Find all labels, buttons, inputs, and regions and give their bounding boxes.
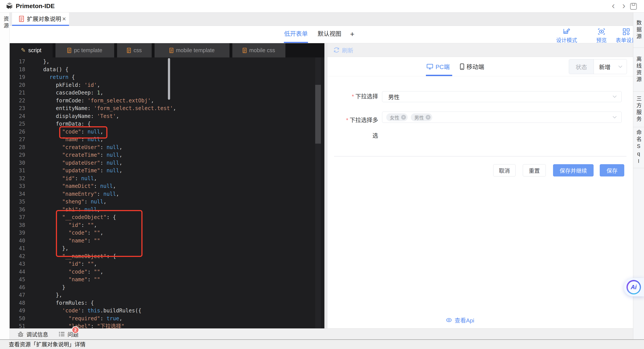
tag-male: 男性 × bbox=[411, 113, 432, 121]
sidebar-item-resources[interactable]: 资源 bbox=[2, 16, 10, 30]
editor-tab-pc-template[interactable]: pc template bbox=[56, 43, 114, 58]
device-tabs-row: PC端 移动端 状态 新增 bbox=[328, 57, 633, 76]
save-icon[interactable] bbox=[630, 3, 637, 10]
monitor-icon bbox=[426, 63, 433, 70]
chevron-down-icon bbox=[613, 96, 616, 98]
code-line[interactable]: 24 displayName: 'Test', bbox=[10, 112, 324, 120]
remove-tag-icon[interactable]: × bbox=[401, 115, 406, 120]
remove-tag-icon[interactable]: × bbox=[426, 115, 430, 120]
editor-inner-scrollbar[interactable] bbox=[168, 58, 170, 100]
nav-forward-icon[interactable]: › bbox=[620, 0, 628, 12]
required-asterisk: * bbox=[346, 117, 348, 124]
ai-assistant-button[interactable]: Ai bbox=[624, 278, 644, 296]
code-line[interactable]: 29 "createTime": null, bbox=[10, 151, 324, 159]
editor-tab-script[interactable]: ✎ script bbox=[10, 43, 52, 58]
select-field[interactable]: 男性 bbox=[382, 91, 622, 102]
document-icon bbox=[19, 16, 24, 22]
view-tabs-row: 低开表单 默认视图 + 设计模式 预览 bbox=[10, 26, 633, 43]
code-line[interactable]: 31 "updateTime": null, bbox=[10, 167, 324, 175]
tab-mobile-view[interactable]: 移动端 bbox=[460, 57, 484, 76]
tab-lowcode-form[interactable]: 低开表单 bbox=[284, 26, 308, 43]
save-and-continue-button[interactable]: 保存并继续 bbox=[553, 164, 594, 176]
code-line[interactable]: 38 "id": "", bbox=[10, 222, 324, 229]
code-line[interactable]: 20 pkField: 'id', bbox=[10, 81, 324, 89]
add-view-button[interactable]: + bbox=[348, 26, 357, 43]
editor-tab-mobile-template[interactable]: mobile template bbox=[154, 43, 230, 58]
code-line[interactable]: 25 formData: { bbox=[10, 120, 324, 128]
code-line[interactable]: 27 "name": null, bbox=[10, 136, 324, 144]
code-line[interactable]: 23 entityName: 'form_select.select.test'… bbox=[10, 104, 324, 112]
code-line[interactable]: 40 "name": "" bbox=[10, 237, 324, 245]
active-view-underline bbox=[284, 42, 308, 43]
sidebar-item-datasource[interactable]: 数据源 bbox=[633, 12, 644, 48]
code-line[interactable]: 26 "code": null, bbox=[10, 128, 324, 136]
code-line[interactable]: 17 }, bbox=[10, 58, 324, 66]
code-line[interactable]: 19 return { bbox=[10, 74, 324, 81]
sidebar-item-third-party-services[interactable]: 三方服务 bbox=[633, 92, 644, 127]
view-api-link[interactable]: 查看Api bbox=[446, 316, 474, 324]
design-mode-button[interactable]: 设计模式 bbox=[552, 28, 581, 44]
debug-bar: 调试信息 问题 2 bbox=[10, 328, 644, 339]
nav-back-icon[interactable]: ‹ bbox=[609, 0, 618, 12]
code-line[interactable]: 41 }, bbox=[10, 245, 324, 252]
document-tab-strip: 扩展对象说明 × bbox=[10, 12, 633, 26]
preview-button[interactable]: 预览 bbox=[587, 28, 616, 44]
code-line[interactable]: 49 'code': this.buildRules({ bbox=[10, 307, 324, 315]
code-line[interactable]: 43 "id": "", bbox=[10, 260, 324, 268]
file-icon bbox=[170, 48, 174, 53]
tab-extended-object-doc[interactable]: 扩展对象说明 × bbox=[12, 12, 69, 26]
code-line[interactable]: 33 "nameDict": null, bbox=[10, 182, 324, 190]
code-line[interactable]: 45 "name": "" bbox=[10, 276, 324, 284]
close-tab-icon[interactable]: × bbox=[62, 12, 66, 26]
editor-tab-css[interactable]: css bbox=[117, 43, 152, 58]
reset-button[interactable]: 重置 bbox=[523, 164, 546, 176]
tab-default-view[interactable]: 默认视图 bbox=[317, 26, 342, 43]
status-value-dropdown[interactable]: 新增 bbox=[594, 60, 627, 74]
preview-eye-icon bbox=[598, 28, 606, 35]
tag-female: 女性 × bbox=[386, 113, 408, 121]
code-lines[interactable]: 17 },18 data() {19 return {20 pkField: '… bbox=[10, 58, 324, 328]
sidebar-item-named-sql[interactable]: 命名Sql bbox=[633, 127, 644, 168]
code-line[interactable]: 18 data() { bbox=[10, 66, 324, 74]
code-line[interactable]: 42 "__nameObject": { bbox=[10, 252, 324, 260]
status-select-control: 状态 新增 bbox=[569, 59, 627, 74]
doc-tab-label: 扩展对象说明 bbox=[27, 12, 61, 26]
code-line[interactable]: 37 "__codeObject": { bbox=[10, 214, 324, 222]
primeton-logo-icon bbox=[5, 2, 14, 11]
required-asterisk: * bbox=[352, 93, 354, 100]
cancel-button[interactable]: 取消 bbox=[493, 164, 516, 176]
debug-info-button[interactable]: 调试信息 bbox=[18, 328, 48, 339]
save-button[interactable]: 保存 bbox=[600, 164, 624, 176]
code-line[interactable]: 36 "shi": null, bbox=[10, 206, 324, 214]
code-line[interactable]: 21 cascadeDeep: 1, bbox=[10, 89, 324, 97]
form-divider bbox=[334, 156, 626, 156]
code-line[interactable]: 34 "nameEntry": null, bbox=[10, 190, 324, 198]
code-line[interactable]: 46 } bbox=[10, 284, 324, 292]
code-line[interactable]: 22 formCode: 'form_select.extObj', bbox=[10, 97, 324, 105]
app-title: Primeton-IDE bbox=[16, 0, 54, 12]
code-line[interactable]: 47 }, bbox=[10, 291, 324, 299]
code-line[interactable]: 30 "updateUser": null, bbox=[10, 159, 324, 167]
code-line[interactable]: 48 formRules: { bbox=[10, 299, 324, 307]
code-line[interactable]: 32 "id": null, bbox=[10, 175, 324, 182]
form-settings-icon bbox=[622, 28, 630, 35]
code-line[interactable]: 50 "required": true, bbox=[10, 315, 324, 323]
code-line[interactable]: 35 "sheng": null, bbox=[10, 198, 324, 206]
panel-splitter[interactable] bbox=[324, 43, 328, 328]
refresh-icon bbox=[333, 47, 340, 53]
code-line[interactable]: 44 "code": "", bbox=[10, 268, 324, 276]
refresh-button[interactable]: 刷新 bbox=[333, 43, 353, 57]
code-line[interactable]: 39 "code": "", bbox=[10, 229, 324, 237]
code-line[interactable]: 28 "createUser": null, bbox=[10, 144, 324, 152]
select-value: 男性 bbox=[388, 93, 400, 101]
editor-tab-mobile-css[interactable]: mobile css bbox=[232, 43, 286, 58]
list-icon bbox=[59, 331, 65, 337]
status-label: 状态 bbox=[569, 60, 594, 74]
editor-tab-bar: ✎ script pc template css mobile template… bbox=[10, 43, 324, 58]
editor-scrollbar-thumb[interactable] bbox=[315, 85, 321, 144]
code-line[interactable]: 51 "label": "下拉选择" bbox=[10, 322, 324, 328]
sidebar-item-offline-resources[interactable]: 离线资源 bbox=[633, 48, 644, 92]
tab-pc-view[interactable]: PC端 bbox=[426, 57, 450, 76]
multiselect-field[interactable]: 女性 × 男性 × bbox=[382, 112, 622, 123]
status-text: 查看资源「扩展对象说明」详情 bbox=[9, 340, 86, 349]
